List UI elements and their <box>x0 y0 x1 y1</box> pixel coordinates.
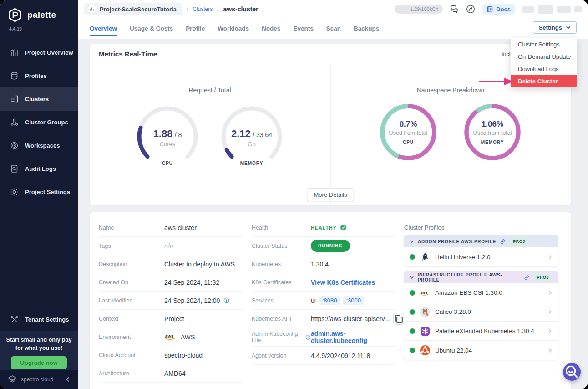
namespace-breakdown-title: Namespace Breakdown <box>417 87 485 94</box>
cpu-gauge: 1.88 / 8 Cores CPU <box>136 105 199 169</box>
sidebar-item-workspaces[interactable]: Workspaces <box>0 134 78 157</box>
detail-label-text: Health <box>252 225 268 231</box>
docs-button[interactable]: Docs <box>482 4 515 15</box>
sidebar-item-audit-logs[interactable]: Audit Logs <box>0 157 78 180</box>
sidebar-item-project-settings[interactable]: Project Settings <box>0 180 78 204</box>
tab-workloads[interactable]: Workloads <box>218 20 249 37</box>
cluster-profiles-groups: ADDON PROFILE AWS-PROFILEPROJHello Unive… <box>404 235 558 360</box>
promo-line-1: Start small and only pay <box>0 336 78 344</box>
detail-label-text: Environment <box>99 334 131 340</box>
menu-item-cluster-settings[interactable]: Cluster Settings <box>511 38 577 51</box>
menu-item-download-logs[interactable]: Download Logs <box>511 63 577 75</box>
pxk-icon <box>420 326 431 337</box>
cpu-gauge-value: 1.88 <box>153 128 173 139</box>
detail-value: Cluster to deploy to AWS. <box>164 261 243 268</box>
tab-nodes[interactable]: Nodes <box>262 20 280 37</box>
copy-button[interactable] <box>393 313 404 325</box>
docs-label: Docs <box>496 6 511 13</box>
sidebar-item-cluster-groups[interactable]: Cluster Groups <box>0 111 78 134</box>
profile-item-calico-3-28-0[interactable]: Calico 3.28.0 <box>404 302 558 322</box>
detail-link[interactable]: admin.aws-cluster.kubeconfig <box>311 330 396 344</box>
sidebar-nav: Project OverviewProfilesClustersCluster … <box>0 41 78 204</box>
tab-usage-costs[interactable]: Usage & Costs <box>130 20 173 37</box>
profile-item-hello-universe-1-2-0[interactable]: Hello Universe 1.2.0 <box>404 247 558 266</box>
detail-label-text: Services <box>252 297 274 304</box>
sidebar-item-profiles[interactable]: Profiles <box>0 64 78 87</box>
profile-group-title: ADDON PROFILE AWS-PROFILE <box>418 239 496 244</box>
chat-icon[interactable] <box>449 4 459 14</box>
detail-row-name: Nameaws-cluster <box>99 219 243 237</box>
detail-link[interactable]: View K8s Certificates <box>311 279 375 286</box>
doc-search-icon <box>10 164 19 173</box>
target-rings-icon <box>10 141 19 150</box>
svg-text:aws: aws <box>165 333 174 338</box>
tab-backups[interactable]: Backups <box>354 20 379 37</box>
detail-value-text: 4.4.9/20240912.1118 <box>311 352 370 359</box>
tab-overview[interactable]: Overview <box>90 20 117 37</box>
settings-button[interactable]: Settings <box>533 21 577 34</box>
sidebar: palette 4.4.19 Project OverviewProfilesC… <box>0 0 78 389</box>
detail-row-k8s-certificates: K8s CertificatesView K8s Certificates <box>252 273 396 292</box>
detail-label: Description <box>99 261 164 267</box>
detail-label: Services <box>252 297 311 304</box>
service-port-link[interactable]: :3000 <box>343 296 364 305</box>
info-icon[interactable] <box>305 334 311 340</box>
detail-row-environment: EnvironmentawsAWS <box>99 328 243 346</box>
memory-gauge-total: / 33.64 <box>253 131 272 138</box>
detail-label: Kubernetes API <box>252 316 311 322</box>
cluster-details-card: Nameaws-clusterTagsn/aDescriptionCluster… <box>90 212 571 389</box>
collapse-sidebar-icon[interactable] <box>65 377 71 382</box>
detail-value: 1.30.4 <box>311 261 396 268</box>
detail-value: ui:8080:3000 <box>311 296 396 305</box>
cpu-namespace-donut: 0.7% Used from total CPU <box>378 102 438 162</box>
more-details-button[interactable]: More Details <box>307 188 354 201</box>
sidebar-item-project-overview[interactable]: Project Overview <box>0 41 78 64</box>
detail-label-text: Architecture <box>99 370 129 377</box>
info-icon[interactable] <box>223 297 229 303</box>
tab-events[interactable]: Events <box>293 20 313 37</box>
tab-bar: OverviewUsage & CostsProfileWorkloadsNod… <box>90 18 379 39</box>
detail-value-text: AWS <box>181 333 195 341</box>
sidebar-item-label: Profiles <box>25 72 47 79</box>
metrics-header-right-truncated: Incl <box>502 51 510 57</box>
sidebar-item-clusters[interactable]: Clusters <box>0 87 78 111</box>
chev-down-icon <box>410 275 414 280</box>
detail-label: Created On <box>99 279 164 286</box>
profile-group-header[interactable]: INFRASTRUCTURE PROFILE AWS-PROFILEPROJ <box>404 271 558 283</box>
compass-icon[interactable] <box>466 4 476 14</box>
detail-value: awsAWS <box>164 333 243 341</box>
detail-row-architecture: ArchitectureAMD64 <box>99 364 243 383</box>
detail-row-description: DescriptionCluster to deploy to AWS. <box>99 255 243 273</box>
help-search-button[interactable] <box>563 363 581 381</box>
detail-row-kubernetes: Kubernetes1.30.4 <box>252 255 396 273</box>
scope-badge: PROJ <box>533 274 553 281</box>
profile-item-amazon-ebs-csi-1-30-0[interactable]: awsAmazon EBS CSI 1.30.0 <box>404 283 558 302</box>
menu-item-on-demand-update[interactable]: On-Demand Update <box>511 51 577 63</box>
service-port-link[interactable]: :8080 <box>319 296 340 305</box>
upgrade-now-button[interactable]: Upgrade now <box>11 356 66 369</box>
detail-label: Admin Kubeconfig File <box>252 331 311 343</box>
profile-item-ubuntu-22-04[interactable]: Ubuntu 22.04 <box>404 341 558 360</box>
detail-value-text: n/a <box>164 242 173 250</box>
detail-value-text: Project <box>164 315 184 322</box>
breadcrumb-clusters-link[interactable]: Clusters <box>193 6 213 12</box>
tab-scan[interactable]: Scan <box>326 20 341 37</box>
detail-label-text: Last Modified <box>99 297 132 304</box>
cpu-gauge-unit: Cores <box>160 141 176 148</box>
chev-right-icon <box>547 309 553 314</box>
tab-profile[interactable]: Profile <box>186 20 205 37</box>
status-dot <box>410 290 415 296</box>
profile-item-palette-extended-kubernetes-1-30-4[interactable]: Palette eXtended Kubernetes 1.30.4 <box>404 322 558 341</box>
profile-group-header[interactable]: ADDON PROFILE AWS-PROFILEPROJ <box>404 235 558 247</box>
detail-label: Environment <box>99 334 164 340</box>
detail-label-text: Name <box>99 225 114 231</box>
sidebar-item-tenant-settings[interactable]: Tenant Settings <box>0 308 78 331</box>
detail-value: 24 Sep 2024, 11:32 <box>164 279 243 286</box>
detail-value: n/a <box>164 242 243 250</box>
detail-label: Cluster Status <box>252 243 311 249</box>
detail-label-text: Agent version <box>252 353 286 359</box>
cpu-gauge-total: / 8 <box>175 131 182 138</box>
detail-value-text: spectro-cloud <box>164 352 203 359</box>
project-scope-pill[interactable]: Project-ScaleSecureTutoria <box>84 3 182 15</box>
menu-item-delete-cluster[interactable]: Delete Cluster <box>511 75 577 87</box>
